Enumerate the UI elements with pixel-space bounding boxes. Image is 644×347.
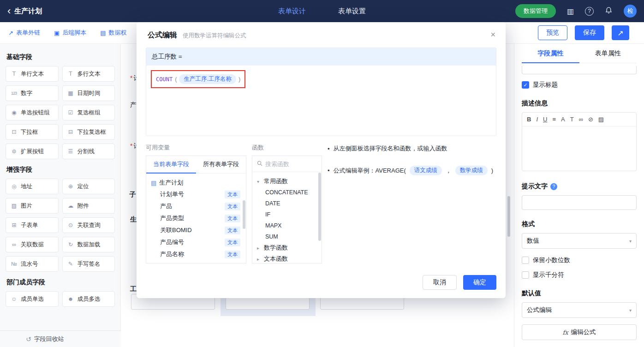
palette-item-subform[interactable]: ⊞子表单	[6, 217, 59, 233]
function-item[interactable]: SUM	[257, 231, 317, 242]
tab-field-properties[interactable]: 字段属性	[522, 44, 579, 63]
link-icon[interactable]: ∞	[579, 116, 583, 123]
palette-item-checkbox-group[interactable]: ☑复选框组	[62, 105, 115, 120]
function-group-math[interactable]: ▸ 数学函数	[257, 242, 317, 253]
data-load-icon: ↻	[66, 241, 75, 248]
palette-item-dropdown[interactable]: ⊡下拉框	[6, 124, 59, 140]
palette-item-label: 关联查询	[78, 221, 101, 229]
variable-row[interactable]: 产品名称文本	[151, 248, 241, 260]
backend-script-link[interactable]: ▣ 后端脚本	[54, 29, 86, 37]
bell-icon[interactable]	[605, 6, 613, 16]
function-token[interactable]: COUNT	[156, 76, 173, 83]
cancel-button[interactable]: 取消	[423, 275, 457, 290]
palette-item-location[interactable]: ⊕定位	[62, 179, 115, 194]
unlink-icon[interactable]: ⊘	[588, 116, 593, 123]
palette-item-data-load[interactable]: ↻数据加载	[62, 237, 115, 252]
field-recycle-bin[interactable]: ↺ 字段回收站	[0, 330, 121, 347]
palette-item-single-text[interactable]: T单行文本	[6, 66, 59, 82]
show-title-checkbox[interactable]: ✓	[522, 81, 529, 89]
function-group-common[interactable]: ▾ 常用函数	[257, 176, 317, 187]
data-manage-button[interactable]: 数据管理	[515, 4, 556, 18]
palette-item-datetime[interactable]: ▦日期时间	[62, 85, 115, 101]
variable-row[interactable]: 产品文本	[151, 200, 241, 212]
variables-scrollbar[interactable]	[243, 200, 245, 229]
insert-image-icon[interactable]: ▨	[598, 116, 604, 123]
tab-form-properties[interactable]: 表单属性	[579, 44, 637, 63]
search-input[interactable]	[265, 161, 311, 168]
edit-formula-button[interactable]: fx 编辑公式	[522, 324, 637, 340]
save-button[interactable]: 保存	[575, 25, 604, 40]
palette-item-serial-number[interactable]: №流水号	[6, 256, 59, 272]
tab-form-design[interactable]: 表单设计	[278, 7, 306, 16]
variable-row[interactable]: 产品类型文本	[151, 212, 241, 224]
open-paren: (	[175, 76, 177, 83]
thousand-sep-checkbox[interactable]	[522, 271, 529, 279]
form-root-node[interactable]: ▤ 生产计划	[151, 177, 241, 188]
avatar[interactable]: 检	[624, 5, 637, 18]
palette-item-member-multi[interactable]: ☻成员多选	[62, 291, 115, 307]
palette-item-member-single[interactable]: ☺成员单选	[6, 291, 59, 307]
tab-form-settings[interactable]: 表单设置	[338, 7, 366, 16]
apps-icon[interactable]: ▥	[567, 7, 574, 16]
hint-help-icon[interactable]: ?	[550, 183, 557, 190]
text-icon: T	[10, 71, 18, 77]
required-star: *	[130, 142, 132, 150]
variable-row[interactable]: 关联BOMID文本	[151, 224, 241, 236]
palette-item-extend-button[interactable]: ⊚扩展按钮	[6, 144, 59, 159]
tab-all-form-fields[interactable]: 所有表单字段	[196, 156, 246, 173]
bold-icon[interactable]: B	[527, 116, 531, 123]
clipped-input[interactable]	[522, 66, 637, 74]
function-item[interactable]: MAPX	[257, 220, 317, 231]
palette-item-image[interactable]: ▨图片	[6, 198, 59, 214]
variable-row[interactable]: 产品编号文本	[151, 236, 241, 248]
tab-current-form-fields[interactable]: 当前表单字段	[146, 156, 196, 174]
type-badge: 文本	[225, 227, 240, 234]
variable-row[interactable]: 计划单号文本	[151, 188, 241, 200]
help-line-2: • 公式编辑举例：AVERAGE( 语文成绩 ， 数学成绩 )	[328, 166, 496, 175]
palette-item-relation-query[interactable]: ⊙关联查询	[62, 217, 115, 233]
palette-item-address[interactable]: ◎地址	[6, 179, 59, 194]
palette-item-signature[interactable]: ✎手写签名	[62, 256, 115, 272]
variable-name: 计划单号	[160, 190, 184, 198]
preview-button[interactable]: 预览	[538, 25, 567, 40]
thousand-sep-row: 显示千分符	[522, 271, 637, 279]
field-label-text: 生	[130, 215, 137, 223]
formula-input-area[interactable]: COUNT ( 生产工序.工序名称 )	[146, 66, 496, 136]
format-select[interactable]: 数值 ▾	[522, 233, 637, 249]
align-icon[interactable]: ≡	[552, 116, 556, 123]
italic-icon[interactable]: I	[536, 116, 538, 123]
functions-scrollbar[interactable]	[318, 173, 321, 241]
close-icon[interactable]: ×	[490, 30, 495, 39]
default-value-select[interactable]: 公式编辑 ▾	[522, 302, 637, 318]
palette-item-relation-data[interactable]: ∞关联数据	[6, 237, 59, 252]
keep-decimal-checkbox[interactable]	[522, 257, 529, 264]
function-group-label: 常用函数	[264, 177, 288, 185]
variable-name: 关联BOMID	[160, 226, 192, 234]
close-paren: )	[239, 76, 240, 83]
default-value: 公式编辑	[527, 306, 552, 314]
data-permission-link[interactable]: ▤ 数据权	[100, 29, 126, 37]
function-item[interactable]: DATE	[257, 198, 317, 209]
field-token[interactable]: 生产工序.工序名称	[179, 74, 236, 84]
palette-item-radio-group[interactable]: ◉单选按钮组	[6, 105, 59, 120]
canvas-scrollbar[interactable]	[507, 196, 510, 237]
palette-item-number[interactable]: 123数字	[6, 85, 59, 101]
palette-item-multi-dropdown[interactable]: ⊟下拉复选框	[62, 124, 115, 140]
underline-icon[interactable]: U	[543, 116, 547, 123]
help-icon[interactable]: ?	[585, 7, 594, 16]
description-textarea[interactable]	[522, 126, 636, 171]
function-item[interactable]: IF	[257, 209, 317, 220]
function-item[interactable]: CONCATENATE	[257, 187, 317, 198]
back-chevron-icon[interactable]: ‹	[7, 6, 11, 16]
palette-item-divider[interactable]: ☰分割线	[62, 144, 115, 159]
font-color-icon[interactable]: A	[561, 116, 565, 123]
palette-item-multi-text[interactable]: T多行文本	[62, 66, 115, 82]
hint-text-input[interactable]	[522, 195, 637, 210]
palette-item-label: 地址	[21, 183, 32, 191]
share-button[interactable]: ↗	[612, 25, 629, 40]
palette-item-attachment[interactable]: ☁附件	[62, 198, 115, 214]
font-size-icon[interactable]: T	[570, 116, 574, 123]
form-external-link[interactable]: ↗ 表单外链	[8, 29, 40, 37]
confirm-button[interactable]: 确定	[463, 275, 496, 290]
function-group-text[interactable]: ▸ 文本函数	[257, 253, 317, 263]
